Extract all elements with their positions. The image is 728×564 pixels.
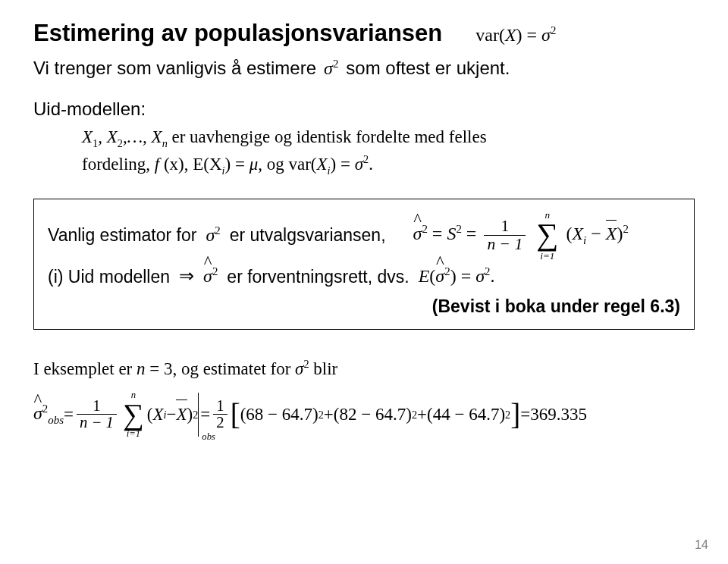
fordeling: fordeling,	[82, 155, 155, 174]
sigma-icon	[206, 225, 215, 245]
sigma-icon	[413, 224, 422, 243]
sigma-icon	[33, 403, 42, 423]
plus: +	[324, 401, 334, 428]
exp-2: 2	[456, 223, 461, 235]
page: Estimering av populasjonsvariansen var(X…	[0, 0, 728, 564]
sigma-hat	[435, 264, 444, 290]
eq-mu: ) =	[225, 155, 249, 174]
og-var: , og var(	[258, 155, 316, 174]
eq: =	[432, 224, 447, 243]
num-1: 1	[213, 398, 227, 415]
result: 369.335	[530, 401, 587, 428]
sigma-icon	[295, 359, 303, 378]
sub-n: n	[162, 137, 168, 149]
implies-icon: ⇒	[179, 264, 194, 290]
summation-icon: n ∑ i=1	[123, 390, 144, 439]
page-title: Estimering av populasjonsvariansen	[33, 20, 442, 47]
plus: +	[417, 401, 427, 428]
sigma-icon	[203, 266, 212, 286]
obs-label: obs	[202, 430, 215, 445]
X: X	[606, 224, 617, 243]
dot: .	[490, 266, 494, 286]
den-nminus1: n − 1	[77, 414, 117, 431]
exp-2: 2	[215, 224, 220, 237]
box-line2: (i) Uid modellen ⇒ 2 er forventningsrett…	[48, 264, 680, 290]
ex-b: = 3, og estimatet for	[146, 359, 296, 378]
box-l1a: Vanlig estimator for	[48, 223, 196, 247]
sigma2-inline: 2	[324, 58, 338, 79]
subtitle-post: som oftest er ukjent.	[346, 58, 510, 79]
exp-2: 2	[505, 406, 510, 423]
eq: =	[64, 401, 74, 428]
exp-2: 2	[333, 58, 338, 70]
Xn: ,…, X	[123, 127, 162, 146]
var-X: X	[505, 25, 516, 45]
dot: .	[369, 155, 373, 174]
eq: =	[200, 401, 210, 428]
x-bar: X	[176, 401, 187, 428]
regel-reference: (Bevist i boka under regel 6.3)	[48, 294, 680, 318]
uid-model-body: X1, X2,…, Xn er uavhengige og identisk f…	[82, 124, 695, 179]
eval-bar-icon: obs	[198, 393, 199, 437]
exp-2: 2	[412, 406, 417, 423]
num-1: 1	[497, 218, 512, 235]
fraction-icon: 1 n − 1	[77, 398, 117, 431]
title-equation: var(X) = 2	[475, 24, 556, 45]
term-2: (82 − 64.7)	[334, 401, 412, 428]
mu-icon	[249, 155, 259, 174]
fraction-icon: 1 2	[213, 398, 227, 431]
num-1: 1	[89, 398, 103, 415]
den-2: 2	[213, 414, 227, 431]
sigma-icon	[324, 58, 333, 78]
sigma-hat2: 2	[203, 264, 218, 290]
var-text: var(	[475, 25, 505, 45]
estimator-box: Vanlig estimator for 2 er utvalgsvarians…	[33, 199, 695, 330]
X: X	[82, 127, 93, 146]
box-l2a: (i) Uid modellen	[48, 265, 170, 289]
title-row: Estimering av populasjonsvariansen var(X…	[33, 20, 695, 47]
EXi: (x), E(X	[159, 155, 221, 174]
exp-2: 2	[623, 223, 628, 235]
sub-obs: obs	[48, 414, 64, 426]
eq: =	[520, 401, 530, 428]
fraction-icon: 1 n − 1	[484, 218, 526, 252]
E-equation: E(2) = 2.	[419, 264, 495, 290]
eq-sigma: ) =	[331, 155, 355, 174]
sigma-hat	[203, 264, 212, 290]
X2: , X	[98, 127, 118, 146]
eq-close: ) =	[516, 25, 542, 45]
x-bar: X	[606, 221, 617, 247]
sigma-icon	[355, 155, 363, 174]
estimator-equation: 2 = S2 = 1 n − 1 n ∑ i=1 (Xi − X)2	[413, 210, 629, 261]
subtitle-row: Vi trenger som vanligvis å estimere 2 so…	[33, 58, 695, 79]
example-block: I eksemplet er n = 3, og estimatet for 2…	[33, 356, 695, 439]
box-l1b: er utvalgsvariansen,	[230, 223, 386, 247]
eq: =	[466, 224, 482, 243]
exp-2: 2	[212, 265, 218, 277]
E: E	[419, 266, 430, 286]
sigma-icon	[541, 25, 551, 45]
subtitle-pre: Vi trenger som vanligvis å estimere	[33, 58, 316, 79]
box-line1: Vanlig estimator for 2 er utvalgsvarians…	[48, 210, 680, 261]
Xi: X	[572, 224, 583, 243]
term-1: (68 − 64.7)	[240, 401, 318, 428]
bracket-close-icon: ]	[510, 392, 520, 438]
exp-2: 2	[551, 24, 556, 36]
n: n	[136, 359, 146, 378]
ex-c: blir	[309, 359, 338, 378]
term-3: (44 − 64.7)	[427, 401, 505, 428]
sub-i: i	[583, 234, 586, 246]
uid-line2: fordeling, f (x), E(Xi) = , og var(Xi) =…	[82, 152, 695, 179]
S: S	[447, 224, 456, 243]
exp-2: 2	[193, 406, 198, 423]
ex-a: I eksemplet er	[33, 359, 136, 378]
example-line1: I eksemplet er n = 3, og estimatet for 2…	[33, 356, 695, 383]
uid-line1-rest: er uavhengige og identisk fordelte med f…	[172, 127, 487, 146]
sigma-hat	[33, 400, 42, 428]
box-l2b: er forventningsrett, dvs.	[227, 265, 409, 289]
sigma2-inline: 2	[206, 223, 220, 249]
den-nminus1: n − 1	[484, 235, 526, 253]
uid-line1: X1, X2,…, Xn er uavhengige og identisk f…	[82, 124, 695, 152]
sum-lower: i=1	[540, 251, 554, 261]
sum-lower: i=1	[127, 429, 140, 439]
